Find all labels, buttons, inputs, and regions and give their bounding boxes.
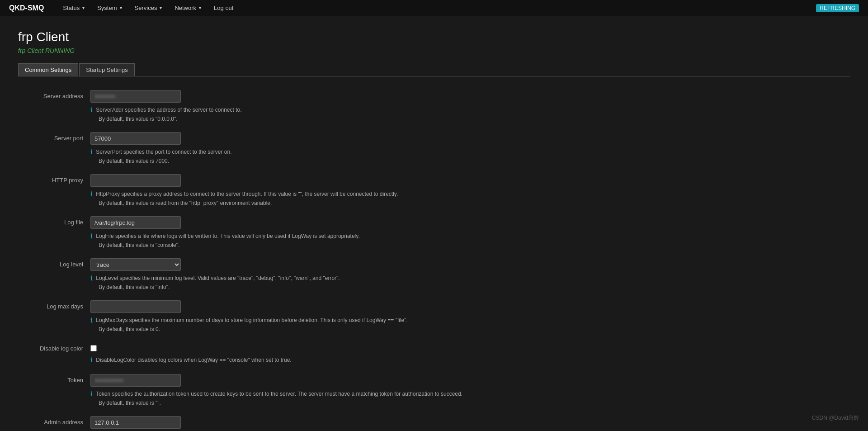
token-help: ℹ Token specifies the authorization toke…: [90, 389, 515, 407]
tab-common-settings[interactable]: Common Settings: [18, 63, 78, 76]
log-level-help: ℹ LogLevel specifies the minimum log lev…: [90, 274, 515, 291]
http-proxy-row: HTTP proxy ℹ HttpProxy specifies a proxy…: [18, 174, 515, 207]
server-port-help-icon: ℹ: [90, 147, 93, 157]
services-menu[interactable]: Services ▾: [129, 0, 168, 16]
status-menu[interactable]: Status ▾: [57, 0, 90, 16]
log-file-input[interactable]: [90, 216, 181, 229]
log-level-select[interactable]: trace debug info warn error: [90, 258, 181, 271]
navbar: QKD-SMQ Status ▾ System ▾ Services ▾ Net…: [0, 0, 868, 16]
log-max-days-group: ℹ LogMaxDays specifies the maximum numbe…: [90, 300, 515, 333]
admin-address-label: Admin address: [18, 416, 90, 426]
log-file-help: ℹ LogFile specifies a file where logs wi…: [90, 232, 515, 249]
token-input[interactable]: [90, 374, 181, 387]
server-address-row: Server address ℹ ServerAddr specifies th…: [18, 90, 515, 123]
http-proxy-input[interactable]: [90, 174, 181, 187]
server-address-help-icon: ℹ: [90, 105, 93, 115]
disable-log-color-help-icon: ℹ: [90, 355, 93, 365]
disable-log-color-help: ℹ DisableLogColor disables log colors wh…: [90, 355, 515, 365]
server-address-label: Server address: [18, 90, 90, 99]
log-max-days-label: Log max days: [18, 300, 90, 310]
token-label: Token: [18, 374, 90, 384]
status-caret-icon: ▾: [82, 5, 85, 10]
admin-address-input[interactable]: [90, 416, 181, 429]
services-caret-icon: ▾: [160, 5, 162, 10]
admin-address-row: Admin address ℹ AdminAddr specifies the …: [18, 416, 515, 431]
admin-address-group: ℹ AdminAddr specifies the address of the…: [90, 416, 515, 431]
log-max-days-row: Log max days ℹ LogMaxDays specifies the …: [18, 300, 515, 333]
system-caret-icon: ▾: [120, 5, 122, 10]
form-section: Server address ℹ ServerAddr specifies th…: [18, 90, 515, 431]
log-level-row: Log level trace debug info warn error ℹ …: [18, 258, 515, 291]
log-file-row: Log file ℹ LogFile specifies a file wher…: [18, 216, 515, 249]
server-port-row: Server port ℹ ServerPort specifies the p…: [18, 132, 515, 165]
http-proxy-help: ℹ HttpProxy specifies a proxy address to…: [90, 189, 515, 207]
disable-log-color-group: ℹ DisableLogColor disables log colors wh…: [90, 342, 515, 365]
log-level-group: trace debug info warn error ℹ LogLevel s…: [90, 258, 515, 291]
http-proxy-label: HTTP proxy: [18, 174, 90, 184]
log-file-group: ℹ LogFile specifies a file where logs wi…: [90, 216, 515, 249]
log-max-days-help-icon: ℹ: [90, 316, 93, 325]
log-file-help-icon: ℹ: [90, 232, 93, 241]
token-help-icon: ℹ: [90, 389, 93, 399]
server-port-label: Server port: [18, 132, 90, 142]
server-address-help: ℹ ServerAddr specifies the address of th…: [90, 105, 515, 123]
nav-items: Status ▾ System ▾ Services ▾ Network ▾ L…: [57, 0, 816, 16]
log-max-days-input[interactable]: [90, 300, 181, 313]
system-menu[interactable]: System ▾: [92, 0, 127, 16]
server-address-group: ℹ ServerAddr specifies the address of th…: [90, 90, 515, 123]
log-max-days-help: ℹ LogMaxDays specifies the maximum numbe…: [90, 316, 515, 333]
http-proxy-group: ℹ HttpProxy specifies a proxy address to…: [90, 174, 515, 207]
log-level-label: Log level: [18, 258, 90, 268]
log-file-label: Log file: [18, 216, 90, 226]
logout-link[interactable]: Log out: [208, 0, 239, 16]
disable-log-color-checkbox[interactable]: [90, 345, 97, 351]
server-port-group: ℹ ServerPort specifies the port to conne…: [90, 132, 515, 165]
disable-log-color-row: Disable log color ℹ DisableLogColor disa…: [18, 342, 515, 365]
watermark: CSDN @David唐辉: [812, 414, 859, 422]
tabs: Common Settings Startup Settings: [18, 63, 850, 76]
tab-startup-settings[interactable]: Startup Settings: [79, 63, 135, 76]
network-caret-icon: ▾: [199, 5, 201, 10]
http-proxy-help-icon: ℹ: [90, 189, 93, 199]
page-status: frp Client RUNNING: [18, 47, 850, 54]
disable-log-color-label: Disable log color: [18, 342, 90, 352]
token-group: ℹ Token specifies the authorization toke…: [90, 374, 515, 407]
log-level-help-icon: ℹ: [90, 274, 93, 283]
refreshing-badge: REFRESHING: [816, 4, 859, 12]
server-port-input[interactable]: [90, 132, 181, 145]
token-row: Token ℹ Token specifies the authorizatio…: [18, 374, 515, 407]
page-title: frp Client: [18, 30, 850, 44]
server-port-help: ℹ ServerPort specifies the port to conne…: [90, 147, 515, 165]
main-content: frp Client frp Client RUNNING Common Set…: [0, 16, 868, 431]
brand-logo[interactable]: QKD-SMQ: [9, 4, 44, 12]
server-address-input[interactable]: [90, 90, 181, 103]
network-menu[interactable]: Network ▾: [169, 0, 207, 16]
